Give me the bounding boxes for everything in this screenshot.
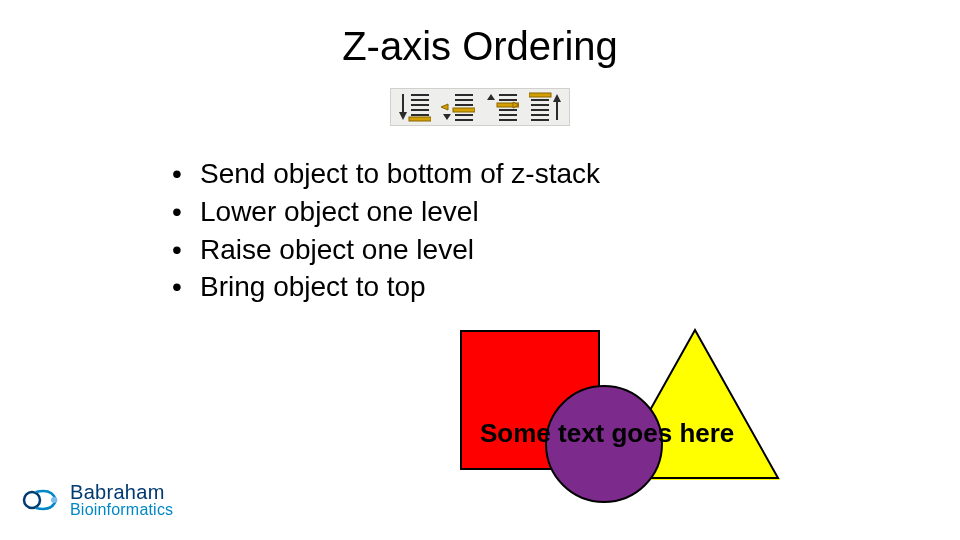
- bring-to-top-icon[interactable]: [529, 92, 563, 122]
- logo-line2: Bioinformatics: [70, 502, 173, 518]
- svg-marker-14: [441, 104, 448, 110]
- lower-one-level-icon[interactable]: [441, 92, 475, 122]
- svg-rect-5: [409, 117, 431, 121]
- list-item: Bring object to top: [200, 268, 600, 306]
- svg-rect-13: [453, 108, 475, 112]
- babraham-logo: Babraham Bioinformatics: [18, 478, 173, 522]
- send-to-bottom-icon[interactable]: [397, 92, 431, 122]
- raise-one-level-icon[interactable]: [485, 92, 519, 122]
- svg-marker-15: [443, 114, 451, 120]
- slide-title: Z-axis Ordering: [0, 24, 960, 69]
- svg-marker-7: [399, 112, 407, 120]
- list-item: Lower object one level: [200, 193, 600, 231]
- shape-example: Some text goes here: [460, 330, 920, 530]
- svg-point-33: [24, 492, 40, 508]
- list-item: Raise object one level: [200, 231, 600, 269]
- z-order-toolbar: [390, 88, 570, 126]
- svg-marker-31: [553, 94, 561, 102]
- list-item: Send object to bottom of z-stack: [200, 155, 600, 193]
- logo-mark-icon: [18, 478, 62, 522]
- svg-point-34: [51, 497, 57, 503]
- bullet-list: Send object to bottom of z-stack Lower o…: [200, 155, 600, 306]
- overlay-text: Some text goes here: [480, 418, 734, 449]
- logo-line1: Babraham: [70, 482, 173, 502]
- svg-marker-23: [487, 94, 495, 100]
- svg-rect-29: [529, 93, 551, 97]
